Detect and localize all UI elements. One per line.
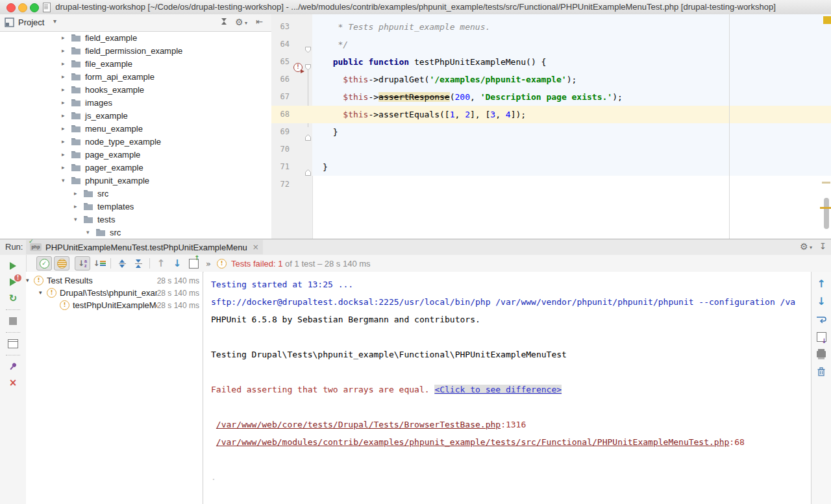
collapsed-arrow-icon[interactable]: ▸ (74, 191, 83, 197)
code-editor[interactable]: 63 * Tests phpunit_example menus.64 */65… (271, 14, 831, 239)
code-line[interactable]: 65! public function testPhpUnitExampleMe… (271, 53, 831, 71)
expanded-arrow-icon[interactable]: ▾ (26, 278, 34, 283)
fold-marker[interactable] (305, 59, 311, 77)
gear-icon[interactable]: ⚙ (235, 18, 243, 27)
code-line[interactable]: 72 (271, 176, 831, 193)
restore-layout-button[interactable] (7, 339, 19, 349)
rerun-failed-tests-button[interactable]: ! (7, 277, 19, 287)
expanded-arrow-icon[interactable]: ▾ (86, 230, 95, 235)
test-tree-item[interactable]: !testPhpUnitExampleMenu28 s 140 ms (26, 299, 203, 311)
code-line[interactable]: 70 (271, 141, 831, 158)
project-tree-item[interactable]: ▸src (0, 187, 271, 200)
test-name[interactable]: testPhpUnitExampleMenu (73, 300, 157, 310)
gear-caret-icon[interactable]: ▾ (810, 245, 812, 250)
see-difference-link[interactable]: <Click to see difference> (434, 385, 562, 394)
file-path-link[interactable]: /var/www/web/core/tests/Drupal/Tests/Bro… (216, 420, 501, 429)
collapsed-arrow-icon[interactable]: ▸ (62, 87, 71, 93)
test-name[interactable]: Drupal\Tests\phpunit_example\Functional\… (60, 288, 157, 298)
project-tree-item[interactable]: ▸file_example (0, 57, 271, 70)
project-tree-item[interactable]: ▸node_type_example (0, 135, 271, 148)
collapsed-arrow-icon[interactable]: ▸ (62, 74, 71, 80)
print-button[interactable] (815, 349, 827, 359)
collapsed-arrow-icon[interactable]: ▸ (62, 35, 71, 41)
test-name[interactable]: Test Results (47, 276, 157, 285)
project-tree-item[interactable]: ▸images (0, 96, 271, 109)
test-tree-item[interactable]: ▾!Drupal\Tests\phpunit_example\Functiona… (26, 287, 203, 299)
collapsed-arrow-icon[interactable]: ▸ (62, 48, 71, 54)
run-tab-label[interactable]: PHPUnitExampleMenuTest.testPhpUnitExampl… (45, 243, 247, 252)
open-results-button[interactable]: ↓ (815, 331, 827, 342)
chevron-more-icon[interactable]: » (206, 259, 210, 268)
project-tree-item[interactable]: ▸templates (0, 200, 271, 213)
collapsed-arrow-icon[interactable]: ▸ (74, 204, 83, 210)
project-caret-icon[interactable]: ▾ (53, 18, 56, 25)
next-failed-test-button[interactable]: ↓ (170, 257, 184, 270)
hide-panel-icon[interactable]: ↧ (819, 242, 826, 250)
pin-tab-button[interactable] (7, 361, 19, 372)
code-line[interactable]: 63 * Tests phpunit_example menus. (271, 18, 831, 36)
gear-icon[interactable]: ⚙ (800, 242, 808, 251)
file-path-link[interactable]: /var/www/web/modules/contrib/examples/ph… (216, 437, 730, 447)
project-tree-item[interactable]: ▸form_api_example (0, 70, 271, 83)
run-tab[interactable]: ✓php PHPUnitExampleMenuTest.testPhpUnitE… (26, 240, 263, 254)
show-passed-button[interactable]: ✓ (36, 256, 52, 270)
project-tree-item[interactable]: ▸js_example (0, 109, 271, 122)
close-panel-button[interactable]: × (7, 378, 19, 388)
project-tree-item[interactable]: ▾tests (0, 213, 271, 226)
sort-by-duration-button[interactable]: ↓ (92, 257, 106, 270)
project-tree-item[interactable]: ▸page_example (0, 148, 271, 161)
gear-caret-icon[interactable]: ▾ (245, 21, 247, 26)
stop-button[interactable] (7, 316, 19, 326)
sort-alphabetically-button[interactable]: ↓az (75, 256, 90, 270)
expanded-arrow-icon[interactable]: ▾ (74, 217, 83, 222)
test-console[interactable]: Testing started at 13:25 ...sftp://docke… (204, 272, 812, 504)
project-tree-item[interactable]: ▸field_example (0, 31, 271, 44)
project-tree-item[interactable]: ▸pager_example (0, 161, 271, 174)
previous-failed-test-button[interactable]: ↑ (154, 257, 168, 270)
code-line[interactable]: 71} (271, 158, 831, 176)
project-tree-item[interactable]: ▾phpunit_example (0, 174, 271, 187)
soft-wrap-button[interactable] (815, 314, 827, 324)
fold-marker[interactable] (305, 42, 311, 59)
collapse-all-button[interactable] (131, 257, 145, 270)
project-tree-item[interactable]: ▸field_permission_example (0, 44, 271, 57)
clear-console-button[interactable] (815, 366, 827, 377)
code-line[interactable]: 66 $this->drupalGet('/examples/phpunit-e… (271, 71, 831, 88)
fold-marker[interactable] (305, 129, 311, 147)
code-line[interactable]: 69 } (271, 123, 831, 141)
down-stacktrace-button[interactable]: ↓ (815, 296, 827, 307)
collapsed-arrow-icon[interactable]: ▸ (62, 61, 71, 67)
test-history-button[interactable]: ↑ (186, 257, 201, 270)
expand-all-button[interactable] (115, 257, 129, 270)
project-panel-title[interactable]: Project (18, 18, 44, 27)
toggle-auto-test-button[interactable]: ↻ (7, 293, 19, 304)
project-tree-item[interactable]: ▸menu_example (0, 122, 271, 135)
code-line[interactable]: 68 $this->assertEquals([1, 2], [3, 4]); (271, 106, 831, 123)
collapsed-arrow-icon[interactable]: ▸ (62, 100, 71, 106)
test-tree-item[interactable]: ▾!Test Results28 s 140 ms (26, 274, 203, 287)
project-tree-item[interactable]: ▸hooks_example (0, 83, 271, 96)
collapsed-arrow-icon[interactable]: ▸ (62, 139, 71, 145)
rerun-button[interactable] (7, 261, 19, 271)
inspection-status-icon[interactable] (823, 16, 831, 24)
code-line[interactable]: 67 $this->assertResponse(200, 'Descripti… (271, 88, 831, 106)
collapsed-arrow-icon[interactable]: ▸ (62, 152, 71, 158)
fold-marker-icon[interactable] (305, 64, 311, 71)
code-line[interactable]: 64 */ (271, 36, 831, 53)
editor-scrollbar-thumb[interactable] (824, 198, 829, 229)
fold-marker-icon[interactable] (305, 47, 311, 53)
collapsed-arrow-icon[interactable]: ▸ (62, 165, 71, 171)
project-tree-item[interactable]: ▾src (0, 226, 271, 239)
expanded-arrow-icon[interactable]: ▾ (39, 290, 47, 296)
fold-marker[interactable] (305, 164, 311, 182)
collapse-all-icon[interactable] (219, 18, 229, 27)
collapsed-arrow-icon[interactable]: ▸ (62, 126, 71, 132)
collapsed-arrow-icon[interactable]: ▸ (62, 113, 71, 119)
up-stacktrace-button[interactable]: ↑ (815, 279, 827, 289)
expanded-arrow-icon[interactable]: ▾ (62, 178, 71, 184)
fold-marker-icon[interactable] (305, 169, 311, 176)
hide-panel-icon[interactable]: ⇤ (256, 18, 263, 26)
fold-marker-icon[interactable] (305, 134, 311, 141)
show-ignored-button[interactable] (54, 256, 69, 270)
close-tab-icon[interactable]: × (253, 243, 259, 251)
